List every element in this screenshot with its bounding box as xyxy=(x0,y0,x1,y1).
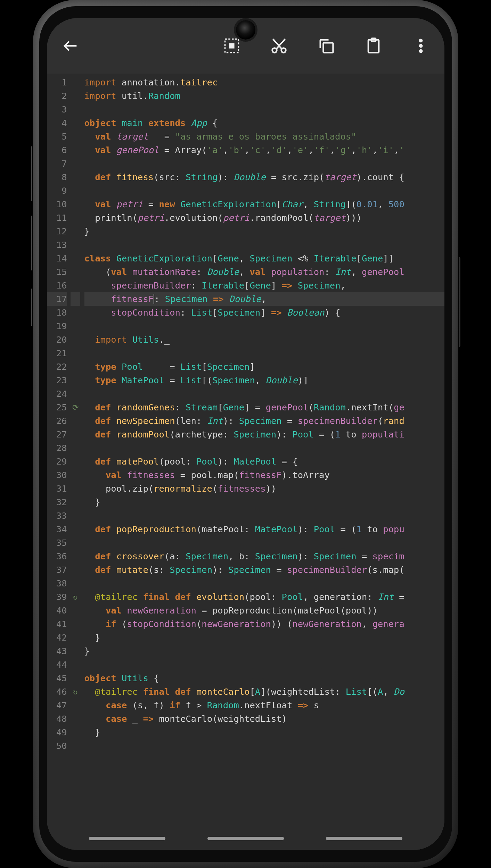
code-line[interactable]: val genePool = Array('a','b','c','d','e'… xyxy=(84,143,444,157)
back-button[interactable] xyxy=(59,35,82,57)
code-line[interactable]: case _ => monteCarlo(weightedList) xyxy=(84,712,444,726)
code-line[interactable]: specimenBuilder: Iterable[Gene] => Speci… xyxy=(84,279,444,292)
code-line[interactable]: val fitnesses = pool.map(fitnessF).toArr… xyxy=(84,468,444,482)
code-token: ).count { xyxy=(357,172,404,182)
code-token: def xyxy=(95,551,116,561)
gutter-mark xyxy=(71,360,80,374)
code-line[interactable]: fitnessF: Specimen => Double, xyxy=(84,292,444,306)
code-editor[interactable]: 1234567891011121314151617181920212223242… xyxy=(47,74,444,850)
select-all-icon[interactable] xyxy=(221,35,243,57)
home-button[interactable] xyxy=(207,837,284,840)
code-token: mutationRate xyxy=(132,267,196,277)
gutter-mark xyxy=(71,89,80,103)
code-line[interactable]: type MatePool = List[(Specimen, Double)] xyxy=(84,374,444,387)
code-token xyxy=(84,361,95,372)
code-token: [( xyxy=(202,375,212,385)
code-line[interactable]: def matePool(pool: Pool): MatePool = { xyxy=(84,455,444,468)
code-token: genePool xyxy=(116,145,159,155)
code-token: Boolean xyxy=(287,307,324,318)
code-line[interactable]: def popReproduction(matePool: MatePool):… xyxy=(84,523,444,536)
code-token: = ( xyxy=(314,429,335,440)
code-line[interactable] xyxy=(84,387,444,401)
line-number: 10 xyxy=(47,198,67,211)
code-token: ): xyxy=(298,524,314,534)
code-line[interactable]: @tailrec final def monteCarlo[A](weighte… xyxy=(84,685,444,699)
gutter-mark xyxy=(71,387,80,401)
code-line[interactable]: def newSpecimen(len: Int): Specimen = sp… xyxy=(84,414,444,428)
code-token: (archetype: xyxy=(170,429,234,440)
code-line[interactable]: case (s, f) if f > Random.nextFloat => s xyxy=(84,699,444,712)
code-token: specimenBuilder xyxy=(111,280,191,291)
code-token: : xyxy=(196,267,207,277)
code-line[interactable]: if (stopCondition(newGeneration)) (newGe… xyxy=(84,617,444,631)
code-line[interactable] xyxy=(84,739,444,753)
svg-point-8 xyxy=(419,44,422,48)
gutter-mark xyxy=(71,211,80,225)
code-line[interactable] xyxy=(84,103,444,116)
line-number: 23 xyxy=(47,374,67,387)
code-line[interactable]: import util.Random xyxy=(84,89,444,103)
code-token: , xyxy=(362,619,373,629)
code-token: crossover xyxy=(116,551,164,561)
code-line[interactable] xyxy=(84,347,444,360)
code-line[interactable]: class GeneticExploration[Gene, Specimen … xyxy=(84,252,444,265)
code-line[interactable]: } xyxy=(84,631,444,644)
code-line[interactable]: def randomGenes: Stream[Gene] = genePool… xyxy=(84,401,444,414)
code-token xyxy=(84,605,106,616)
code-line[interactable]: object Utils { xyxy=(84,671,444,685)
code-token: Pool xyxy=(282,592,303,602)
code-line[interactable]: import Utils._ xyxy=(84,333,444,347)
copy-icon[interactable] xyxy=(315,35,337,57)
code-token: , xyxy=(378,199,388,209)
code-token: val xyxy=(106,470,127,480)
code-line[interactable]: } xyxy=(84,726,444,739)
line-number: 11 xyxy=(47,211,67,225)
code-token: } xyxy=(84,226,90,236)
line-number: 37 xyxy=(47,563,67,577)
code-line[interactable]: println(petri.evolution(petri.randomPool… xyxy=(84,211,444,225)
code-token: 'g' xyxy=(335,145,351,155)
code-line[interactable]: def fitness(src: String): Double = src.z… xyxy=(84,170,444,184)
code-token xyxy=(224,294,229,304)
code-line[interactable] xyxy=(84,157,444,170)
code-line[interactable] xyxy=(84,509,444,523)
paste-icon[interactable] xyxy=(362,35,385,57)
code-token: Char xyxy=(282,199,303,209)
code-token: val xyxy=(95,199,116,209)
gutter-mark xyxy=(71,319,80,333)
code-line[interactable]: def randomPool(archetype: Specimen): Poo… xyxy=(84,428,444,441)
code-line[interactable]: stopCondition: List[Specimen] => Boolean… xyxy=(84,306,444,319)
code-line[interactable]: def mutate(s: Specimen): Specimen = spec… xyxy=(84,563,444,577)
code-token xyxy=(84,551,95,561)
code-line[interactable] xyxy=(84,577,444,590)
code-area[interactable]: import annotation.tailrecimport util.Ran… xyxy=(80,74,444,850)
code-line[interactable]: val target = "as armas e os baroes assin… xyxy=(84,130,444,143)
back-nav-button[interactable] xyxy=(326,837,402,840)
code-line[interactable]: object main extends App { xyxy=(84,116,444,130)
code-token: => xyxy=(282,280,293,291)
code-line[interactable]: def crossover(a: Specimen, b: Specimen):… xyxy=(84,550,444,563)
code-token: 'f' xyxy=(314,145,330,155)
code-line[interactable] xyxy=(84,319,444,333)
code-line[interactable] xyxy=(84,658,444,671)
code-line[interactable]: @tailrec final def evolution(pool: Pool,… xyxy=(84,590,444,604)
more-icon[interactable] xyxy=(410,35,432,57)
code-line[interactable]: pool.zip(renormalize(fitnesses)) xyxy=(84,482,444,495)
code-line[interactable]: } xyxy=(84,495,444,509)
code-line[interactable]: import annotation.tailrec xyxy=(84,76,444,89)
code-line[interactable]: val petri = new GeneticExploration[Char,… xyxy=(84,198,444,211)
code-line[interactable] xyxy=(84,184,444,198)
code-token: matePool xyxy=(116,456,159,467)
recents-button[interactable] xyxy=(89,837,165,840)
cut-icon[interactable] xyxy=(268,35,290,57)
code-token: specim xyxy=(373,551,404,561)
code-line[interactable] xyxy=(84,536,444,550)
code-token: type xyxy=(95,361,122,372)
code-line[interactable] xyxy=(84,441,444,455)
code-line[interactable]: val newGeneration = popReproduction(mate… xyxy=(84,604,444,617)
code-line[interactable]: type Pool = List[Specimen] xyxy=(84,360,444,374)
code-line[interactable] xyxy=(84,238,444,252)
code-line[interactable]: } xyxy=(84,225,444,238)
code-line[interactable]: (val mutationRate: Double, val populatio… xyxy=(84,265,444,279)
code-line[interactable]: } xyxy=(84,644,444,658)
